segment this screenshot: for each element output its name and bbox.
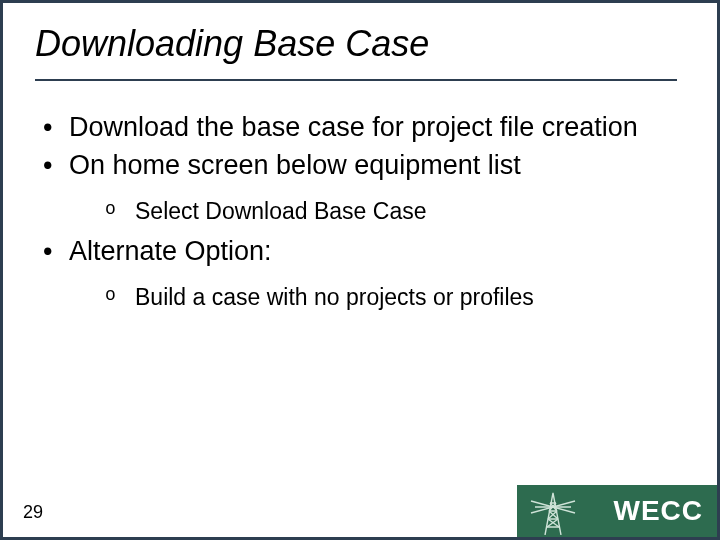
tower-icon	[525, 487, 581, 535]
sub-bullet-list: Build a case with no projects or profile…	[69, 283, 677, 312]
bullet-text: Download the base case for project file …	[69, 112, 638, 142]
slide-body: Download the base case for project file …	[3, 81, 717, 312]
bullet-text: On home screen below equipment list	[69, 150, 521, 180]
bullet-item: Alternate Option: Build a case with no p…	[43, 235, 677, 312]
bullet-list: Download the base case for project file …	[43, 111, 677, 312]
slide-title: Downloading Base Case	[3, 3, 717, 75]
sub-bullet-item: Build a case with no projects or profile…	[69, 283, 677, 312]
wecc-logo: WECC	[517, 485, 717, 537]
page-number: 29	[23, 502, 43, 523]
sub-bullet-text: Select Download Base Case	[135, 198, 427, 224]
bullet-text: Alternate Option:	[69, 236, 272, 266]
sub-bullet-text: Build a case with no projects or profile…	[135, 284, 534, 310]
sub-bullet-item: Select Download Base Case	[69, 197, 677, 226]
logo-text: WECC	[613, 495, 703, 527]
sub-bullet-list: Select Download Base Case	[69, 197, 677, 226]
bullet-item: Download the base case for project file …	[43, 111, 677, 145]
bullet-item: On home screen below equipment list Sele…	[43, 149, 677, 226]
slide: Downloading Base Case Download the base …	[0, 0, 720, 540]
